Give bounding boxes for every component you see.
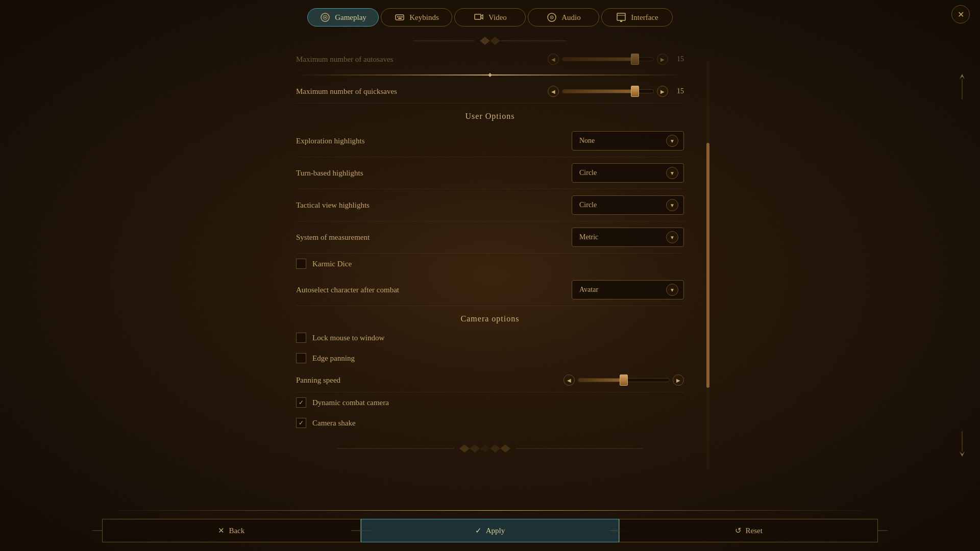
autosaves-fill	[562, 58, 635, 61]
svg-rect-5	[399, 16, 401, 17]
quicksaves-row: Maximum number of quicksaves ◀ ▶ 15	[296, 80, 684, 104]
quicksaves-thumb[interactable]	[631, 86, 639, 97]
tactical-view-highlights-label: Tactical view highlights	[296, 201, 370, 210]
right-ornament-bottom	[954, 429, 970, 459]
scrollbar-track[interactable]	[706, 61, 709, 469]
nav-bar: Gameplay Keybinds Video	[0, 0, 980, 31]
panning-speed-row: Panning speed ◀ ▶	[296, 368, 684, 392]
svg-rect-8	[475, 14, 481, 19]
system-measurement-row: System of measurement Metric ▼	[296, 221, 684, 254]
edge-panning-checkbox[interactable]	[296, 353, 306, 363]
dynamic-combat-checkbox[interactable]: ✓	[296, 397, 306, 408]
interface-icon	[616, 12, 627, 23]
quicksaves-slider-container: ◀ ▶ 15	[548, 86, 684, 97]
lock-mouse-label: Lock mouse to window	[312, 334, 384, 342]
content-area: Maximum number of autosaves ◀ ▶ 15 Maxim…	[0, 31, 980, 510]
svg-marker-26	[490, 444, 500, 453]
dynamic-combat-row: ✓ Dynamic combat camera	[296, 392, 684, 413]
svg-marker-24	[470, 444, 480, 453]
karmic-dice-label: Karmic Dice	[312, 260, 352, 268]
svg-point-11	[551, 17, 552, 18]
svg-marker-23	[459, 444, 470, 453]
tab-keybinds-label: Keybinds	[409, 13, 439, 22]
dynamic-combat-label: Dynamic combat camera	[312, 398, 389, 407]
autosaves-track	[562, 57, 654, 61]
karmic-dice-checkbox[interactable]	[296, 259, 306, 269]
quicksaves-decrease[interactable]: ◀	[548, 86, 559, 97]
tactical-dropdown-arrow: ▼	[666, 199, 678, 211]
tactical-view-highlights-row: Tactical view highlights Circle ▼	[296, 189, 684, 221]
panning-speed-increase[interactable]: ▶	[673, 374, 684, 386]
main-wrapper: Gameplay Keybinds Video	[0, 0, 980, 551]
panning-speed-fill	[578, 379, 624, 382]
camera-shake-row: ✓ Camera shake	[296, 413, 684, 433]
close-icon: ✕	[958, 10, 964, 19]
autosaves-increase[interactable]: ▶	[657, 54, 668, 65]
edge-panning-label: Edge panning	[312, 354, 355, 363]
camera-shake-checkbox[interactable]: ✓	[296, 418, 306, 428]
tab-video-label: Video	[488, 13, 507, 22]
tab-video[interactable]: Video	[454, 8, 526, 27]
apply-icon: ✓	[475, 526, 482, 535]
back-label: Back	[229, 527, 244, 535]
autosaves-thumb[interactable]	[631, 54, 639, 65]
gameplay-icon	[320, 12, 331, 23]
top-decoration	[413, 36, 567, 46]
svg-marker-25	[480, 444, 490, 453]
panning-speed-track	[578, 378, 670, 382]
exploration-highlights-row: Exploration highlights None ▼	[296, 125, 684, 157]
system-measurement-label: System of measurement	[296, 233, 370, 242]
close-button[interactable]: ✕	[951, 5, 970, 23]
svg-rect-6	[401, 16, 403, 17]
panning-speed-thumb[interactable]	[620, 374, 628, 386]
back-button[interactable]: ✕ Back	[102, 519, 361, 542]
tab-interface-label: Interface	[631, 13, 658, 22]
svg-marker-27	[500, 444, 510, 453]
panning-speed-label: Panning speed	[296, 376, 340, 385]
quicksaves-increase[interactable]: ▶	[657, 86, 668, 97]
autoselect-dropdown[interactable]: Avatar ▼	[572, 280, 684, 299]
lock-mouse-row: Lock mouse to window	[296, 328, 684, 348]
settings-panel: Maximum number of autosaves ◀ ▶ 15 Maxim…	[286, 31, 694, 510]
svg-point-2	[325, 17, 326, 18]
exploration-highlights-dropdown[interactable]: None ▼	[572, 131, 684, 151]
svg-marker-19	[480, 37, 490, 45]
svg-rect-12	[617, 13, 625, 20]
tactical-view-highlights-dropdown[interactable]: Circle ▼	[572, 195, 684, 215]
svg-marker-20	[490, 37, 500, 45]
tab-gameplay[interactable]: Gameplay	[307, 8, 379, 27]
turn-based-highlights-row: Turn-based highlights Circle ▼	[296, 157, 684, 189]
system-measurement-dropdown[interactable]: Metric ▼	[572, 228, 684, 247]
autoselect-dropdown-arrow: ▼	[666, 284, 678, 296]
turn-based-highlights-value: Circle	[579, 169, 662, 177]
keybinds-icon	[394, 12, 405, 23]
camera-shake-label: Camera shake	[312, 419, 356, 428]
scrollbar-thumb[interactable]	[706, 143, 709, 388]
autosaves-label: Maximum number of autosaves	[296, 55, 393, 64]
tab-audio[interactable]: Audio	[528, 8, 599, 27]
video-icon	[473, 12, 484, 23]
apply-button[interactable]: ✓ Apply	[361, 519, 620, 542]
quicksaves-track	[562, 89, 654, 93]
autosaves-decrease[interactable]: ◀	[548, 54, 559, 65]
quicksaves-fill	[562, 90, 635, 93]
audio-icon	[546, 12, 557, 23]
tactical-view-highlights-value: Circle	[579, 201, 662, 209]
turn-based-highlights-dropdown[interactable]: Circle ▼	[572, 163, 684, 183]
panning-speed-decrease[interactable]: ◀	[564, 374, 575, 386]
quicksaves-value: 15	[671, 87, 684, 95]
exploration-dropdown-arrow: ▼	[666, 135, 678, 147]
tab-audio-label: Audio	[561, 13, 581, 22]
exploration-highlights-value: None	[579, 137, 662, 145]
tab-keybinds[interactable]: Keybinds	[381, 8, 452, 27]
reset-button[interactable]: ↺ Reset	[619, 519, 878, 542]
turn-based-highlights-label: Turn-based highlights	[296, 169, 363, 178]
turn-based-dropdown-arrow: ▼	[666, 167, 678, 179]
tab-interface[interactable]: Interface	[601, 8, 673, 27]
tab-gameplay-label: Gameplay	[335, 13, 366, 22]
panning-speed-slider-container: ◀ ▶	[564, 374, 684, 386]
autosaves-value: 15	[671, 55, 684, 63]
system-measurement-value: Metric	[579, 233, 662, 241]
bottom-decoration	[296, 443, 684, 454]
lock-mouse-checkbox[interactable]	[296, 333, 306, 343]
